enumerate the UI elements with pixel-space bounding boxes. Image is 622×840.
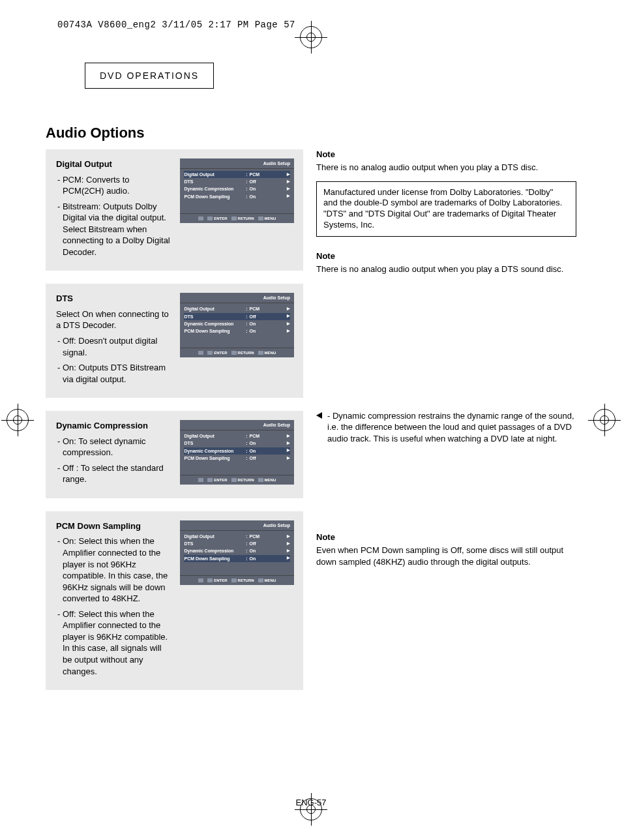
pcm-b1: - On: Select this when the Amplifier con… xyxy=(56,535,171,604)
dc-note-text: Dynamic compression restrains the dynami… xyxy=(327,411,574,443)
note-heading-1: Note xyxy=(316,149,576,159)
crop-mark-top xyxy=(300,26,322,48)
page-title: Audio Options xyxy=(46,125,576,142)
dts-heading: DTS xyxy=(56,293,171,305)
crop-mark-left xyxy=(7,409,29,431)
dts-b2: - On: Outputs DTS Bitstream via digital … xyxy=(56,362,171,385)
note-3: Even when PCM Down sampling is Off, some… xyxy=(316,545,576,567)
osd-title: Audio Setup xyxy=(263,295,290,300)
digital-output-heading: Digital Output xyxy=(56,158,171,170)
osd-menu: MENU xyxy=(265,351,276,355)
legal-text: Manufactured under license from Dolby La… xyxy=(323,187,562,230)
osd-pcm: Audio Setup Digital Output:PCM▶DTS:Off▶D… xyxy=(180,520,294,585)
crop-mark-right xyxy=(593,409,615,431)
osd-row: DTS:Off▶ xyxy=(184,313,290,320)
dts-b1: - Off: Doesn't output digital signal. xyxy=(56,335,171,358)
osd-row: Dynamic Compression:On▶ xyxy=(184,185,290,192)
dc-heading: Dynamic Compression xyxy=(56,420,171,432)
osd-return: RETURN xyxy=(238,578,254,582)
right-column: Note There is no analog audio output whe… xyxy=(316,149,576,703)
digital-output-b1: - PCM: Converts to PCM(2CH) audio. xyxy=(56,174,171,197)
left-column: Digital Output - PCM: Converts to PCM(2C… xyxy=(46,149,303,703)
osd-dts: Audio Setup Digital Output:PCM▶DTS:Off▶D… xyxy=(180,293,294,357)
osd-row: PCM Down Sampling:On▶ xyxy=(184,327,290,335)
note-heading-3: Note xyxy=(316,532,576,542)
osd-title: Audio Setup xyxy=(263,423,290,427)
osd-row: Dynamic Compression:On▶ xyxy=(184,447,290,455)
osd-row: DTS:Off▶ xyxy=(184,540,290,547)
osd-row: Digital Output:PCM▶ xyxy=(184,171,290,178)
block-dynamic-compression: Dynamic Compression - On: To select dyna… xyxy=(46,411,303,498)
osd-row: DTS:On▶ xyxy=(184,440,290,447)
osd-row: PCM Down Sampling:Off▶ xyxy=(184,455,290,462)
page: 00743A V8600_eng2 3/11/05 2:17 PM Page 5… xyxy=(0,0,622,840)
pcm-heading: PCM Down Sampling xyxy=(56,520,171,532)
osd-row: PCM Down Sampling:On▶ xyxy=(184,193,290,200)
osd-return: RETURN xyxy=(238,478,254,482)
osd-row: Dynamic Compression:On▶ xyxy=(184,320,290,327)
digital-output-b2: - Bitstream: Outputs Dolby Digital via t… xyxy=(56,201,171,258)
note-heading-2: Note xyxy=(316,251,576,261)
osd-row: Digital Output:PCM▶ xyxy=(184,305,290,312)
page-number: ENG-57 xyxy=(0,798,622,807)
dts-intro: Select On when connecting to a DTS Decod… xyxy=(56,308,171,331)
osd-row: PCM Down Sampling:On▶ xyxy=(184,555,290,562)
osd-enter: ENTER xyxy=(214,351,227,355)
osd-dc: Audio Setup Digital Output:PCM▶DTS:On▶Dy… xyxy=(180,420,294,485)
pcm-b2: - Off: Select this when the Amplifier co… xyxy=(56,608,171,677)
osd-row: DTS:Off▶ xyxy=(184,178,290,185)
block-pcm: PCM Down Sampling - On: Select this when… xyxy=(46,511,303,690)
dc-side-note: - Dynamic compression restrains the dyna… xyxy=(316,410,576,445)
osd-enter: ENTER xyxy=(214,217,227,220)
section-tab: DVD OPERATIONS xyxy=(85,63,214,89)
triangle-left-icon xyxy=(316,412,322,419)
block-dts: DTS Select On when connecting to a DTS D… xyxy=(46,284,303,398)
osd-row: Dynamic Compression:On▶ xyxy=(184,547,290,554)
note-2: There is no analog audio output when you… xyxy=(316,263,576,275)
dc-b1: - On: To select dynamic compression. xyxy=(56,436,171,458)
note-1: There is no analog audio output when you… xyxy=(316,162,576,173)
osd-title: Audio Setup xyxy=(263,161,290,166)
osd-menu: MENU xyxy=(265,217,276,220)
legal-box: Manufactured under license from Dolby La… xyxy=(316,181,576,237)
osd-menu: MENU xyxy=(265,478,276,482)
dc-b2: - Off : To select the standard range. xyxy=(56,462,171,485)
osd-row: Digital Output:PCM▶ xyxy=(184,533,290,540)
osd-enter: ENTER xyxy=(214,578,227,582)
osd-title: Audio Setup xyxy=(263,523,290,528)
osd-return: RETURN xyxy=(238,217,254,220)
osd-enter: ENTER xyxy=(214,478,227,482)
section-tab-label: DVD OPERATIONS xyxy=(100,70,199,81)
osd-menu: MENU xyxy=(265,578,276,582)
osd-return: RETURN xyxy=(238,351,254,355)
block-digital-output: Digital Output - PCM: Converts to PCM(2C… xyxy=(46,149,303,271)
osd-row: Digital Output:PCM▶ xyxy=(184,432,290,440)
osd-digital-output: Audio Setup Digital Output:PCM▶DTS:Off▶D… xyxy=(180,158,294,223)
